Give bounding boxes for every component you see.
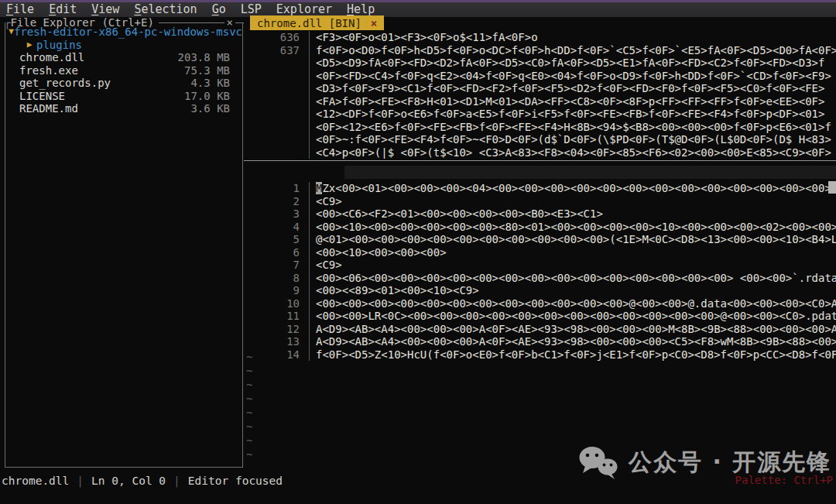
tree-item-license[interactable]: LICENSE17.0 KB <box>5 90 242 103</box>
line-text[interactable]: <00><10><00><00><00> <box>309 246 836 259</box>
editor-line[interactable]: 10<00><00><00><00><00><00><00><00><00><0… <box>244 297 836 310</box>
line-number: 6 <box>244 246 309 259</box>
line-number: 9 <box>244 284 309 297</box>
editor-line[interactable]: 636<F3><0F>o<01><F3><0F>o$<11>fA<0F>o <box>244 31 836 44</box>
line-text[interactable]: MZx<00><01><00><00><00><04><00><00><00><… <box>309 182 836 195</box>
empty-line-tilde: ~ <box>246 434 252 447</box>
watermark-text: 公众号 · 开源先锋 <box>629 447 831 478</box>
line-number: 7 <box>244 259 309 272</box>
tree-item-fresh-exe[interactable]: fresh.exe75.3 MB <box>5 64 242 77</box>
editor-line[interactable]: 13A<D9><AB><A4><00><00><00>A<0F><AE><93>… <box>244 335 836 348</box>
chevron-down-icon[interactable]: ▼ <box>9 26 14 39</box>
empty-line-tilde: ~ <box>246 392 252 406</box>
editor-line[interactable]: 4<00><10><00><00><00><00><00><80><01><00… <box>244 221 836 234</box>
line-text[interactable]: <12><DF>f<0F>o<E6>f<0F>a<E5>f<0F>i<F5>f<… <box>309 108 836 121</box>
line-text[interactable]: A<D9><AB><A4><00><00><00>A<0F><AE><93><9… <box>309 323 836 336</box>
line-text[interactable]: <00><C6><F2><01><00><00><00><00><B0><E3>… <box>309 207 836 221</box>
tree-item-plugins[interactable]: ▶ plugins <box>5 39 242 52</box>
line-text[interactable]: <0F><12><E6>f<0F><FE><FB>f<0F><FE><F4>H<… <box>309 121 836 134</box>
tree-item-root[interactable]: ▼ fresh-editor-x86_64-pc-windows-msvc <box>5 26 242 39</box>
editor-line[interactable]: <0F>~:f<0F><FE><F4>f<0F>~<F0>D<0F>(d$`D<… <box>244 133 836 146</box>
editor-line[interactable]: 637f<0F>o<D0>f<0F>h<D5>f<0F>o<DC>f<0F>h<… <box>244 44 836 57</box>
editor-top-pane[interactable]: 636<F3><0F>o<01><F3><0F>o$<11>fA<0F>o637… <box>244 31 836 159</box>
line-text[interactable]: <00><10><00><00><00><00><00><80><01><00>… <box>309 221 836 234</box>
watermark: 公众号 · 开源先锋 <box>577 444 831 480</box>
line-number <box>244 57 309 70</box>
line-number: 5 <box>244 233 309 246</box>
file-tree-files: chrome.dll203.8 MBfresh.exe75.3 MBget_re… <box>5 51 242 115</box>
editor-line[interactable]: 12A<D9><AB><A4><00><00><00>A<0F><AE><93>… <box>244 323 836 336</box>
line-number: 637 <box>244 44 309 57</box>
empty-line-tilde: ~ <box>246 447 252 461</box>
editor-line[interactable]: <0F><12><E6>f<0F><FE><FB>f<0F><FE><F4>H<… <box>244 121 836 134</box>
line-text[interactable]: <0F>~:f<0F><FE><F4>f<0F>~<F0>D<0F>(d$`D<… <box>309 133 836 146</box>
editor-line[interactable]: 3<00><C6><F2><01><00><00><00><00><B0><E3… <box>244 207 836 221</box>
line-text[interactable]: <00><00><00><00><00><00><00><00><00><00>… <box>309 297 836 310</box>
tree-root-label: fresh-editor-x86_64-pc-windows-msvc <box>14 26 242 39</box>
line-text[interactable]: <C9> <box>309 195 836 208</box>
status-cursor-position: Ln 0, Col 0 <box>91 475 166 487</box>
editor-line[interactable]: 7<C9> <box>244 259 836 272</box>
empty-line-tilde: ~ <box>246 420 252 434</box>
empty-line-tilde: ~ <box>246 378 252 392</box>
editor-line[interactable]: 14f<0F><D5>Z<10>HcU(f<0F>o<E0>f<0F>b<C1>… <box>244 348 836 362</box>
line-text[interactable]: <00><<89><01><00><10><C9> <box>309 284 836 297</box>
line-text[interactable]: f<0F>o<D0>f<0F>h<D5>f<0F>o<DC>f<0F>h<DD>… <box>309 44 836 57</box>
file-size: 17.0 KB <box>184 90 242 103</box>
line-text[interactable]: <FA>f<0F><FE><F8>H<01><D1>M<01><DA><FF><… <box>309 95 836 108</box>
line-text[interactable]: A<D9><AB><A4><00><00><00>A<0F><AE><93><9… <box>309 335 836 348</box>
editor-line[interactable]: <D3>f<0F><F9><C1>f<0F><FD><F2>f<0F><F5><… <box>244 82 836 95</box>
editor-window: FileEditViewSelectionGoLSPExplorerHelp ┌… <box>0 0 836 504</box>
line-text[interactable]: <D5><D9>fA<0F><FD><D2>fA<0F><D5><C0>fA<0… <box>309 57 836 70</box>
scrollbar-thumb[interactable] <box>828 181 836 194</box>
line-number: 10 <box>244 297 309 310</box>
line-text[interactable]: @<01><00><00><00><00><00><00><00><00><00… <box>309 233 836 246</box>
line-text[interactable]: <00><00>LR<0C><00><00><00><00><00><00><0… <box>309 310 836 323</box>
line-text[interactable]: <D3>f<0F><F9><C1>f<0F><FD><F2>f<0F><F5><… <box>309 82 836 95</box>
editor-line[interactable]: 6<00><10><00><00><00> <box>244 246 836 259</box>
tree-folder-label: plugins <box>36 39 82 52</box>
line-text[interactable]: <F3><0F>o<01><F3><0F>o$<11>fA<0F>o <box>309 31 836 44</box>
status-separator: | <box>173 475 180 487</box>
tab-chrome-dll[interactable]: chrome.dll [BIN] × <box>250 15 384 30</box>
line-text[interactable]: f<0F><D5>Z<10>HcU(f<0F>o<E0>f<0F>b<C1>f<… <box>309 348 836 362</box>
line-number: 1 <box>244 182 309 195</box>
file-size: 3.6 KB <box>190 102 242 115</box>
editor-line[interactable]: 1MZx<00><01><00><00><00><04><00><00><00>… <box>244 182 836 195</box>
line-number: 8 <box>244 272 309 285</box>
tab-close-icon[interactable]: × <box>371 17 377 29</box>
line-number: 12 <box>244 323 309 336</box>
editor-line[interactable]: <D5><D9>fA<0F><FD><D2>fA<0F><D5><C0>fA<0… <box>244 57 836 70</box>
file-size: 75.3 MB <box>184 64 242 77</box>
editor-bottom-pane[interactable]: 1MZx<00><01><00><00><00><04><00><00><00>… <box>244 182 836 361</box>
editor-line[interactable]: <12><DF>f<0F>o<E6>f<0F>a<E5>f<0F>i<F5>f<… <box>244 108 836 121</box>
line-text[interactable]: <0F><FD><C4>f<0F>q<E2><04>f<0F>q<E0><04>… <box>309 70 836 83</box>
editor-line[interactable]: 8<00><06><00><00><00><00><00><00><00><00… <box>244 272 836 285</box>
pane-divider[interactable] <box>244 160 836 161</box>
editor-line[interactable]: 2<C9> <box>244 195 836 208</box>
editor-line[interactable]: <FA>f<0F><FE><F8>H<01><D1>M<01><DA><FF><… <box>244 95 836 108</box>
tree-item-readme-md[interactable]: README.md3.6 KB <box>5 102 242 115</box>
horizontal-scrollbar-track[interactable] <box>344 166 836 179</box>
line-number <box>244 146 309 159</box>
status-bar: chrome.dll | Ln 0, Col 0 | Editor focuse… <box>2 472 283 489</box>
editor-line[interactable]: 5@<01><00><00><00><00><00><00><00><00><0… <box>244 233 836 246</box>
chevron-right-icon[interactable]: ▶ <box>22 39 36 52</box>
tree-item-get-records-py[interactable]: get_records.py4.3 KB <box>5 77 242 90</box>
line-text[interactable]: <00><06><00><00><00><00><00><00><00><00>… <box>309 272 836 285</box>
file-size: 203.8 MB <box>178 51 242 64</box>
editor-line[interactable]: 11<00><00>LR<0C><00><00><00><00><00><00>… <box>244 310 836 323</box>
line-text[interactable]: <C4>p<0F>(|$ <0F>(t$<10>_<C3>A<83><F8><0… <box>309 146 836 159</box>
empty-line-tilde: ~ <box>246 364 252 378</box>
file-size: 4.3 KB <box>190 77 242 90</box>
editor-line[interactable]: <0F><FD><C4>f<0F>q<E2><04>f<0F>q<E0><04>… <box>244 70 836 83</box>
file-tree: ▼ fresh-editor-x86_64-pc-windows-msvc ▶ … <box>5 26 242 115</box>
tree-item-chrome-dll[interactable]: chrome.dll203.8 MB <box>5 51 242 64</box>
line-number <box>244 70 309 83</box>
line-text[interactable]: <C9> <box>309 259 836 272</box>
line-number <box>244 108 309 121</box>
line-number <box>244 95 309 108</box>
editor-line[interactable]: <C4>p<0F>(|$ <0F>(t$<10>_<C3>A<83><F8><0… <box>244 146 836 159</box>
line-number <box>244 82 309 95</box>
editor-line[interactable]: 9<00><<89><01><00><10><C9> <box>244 284 836 297</box>
